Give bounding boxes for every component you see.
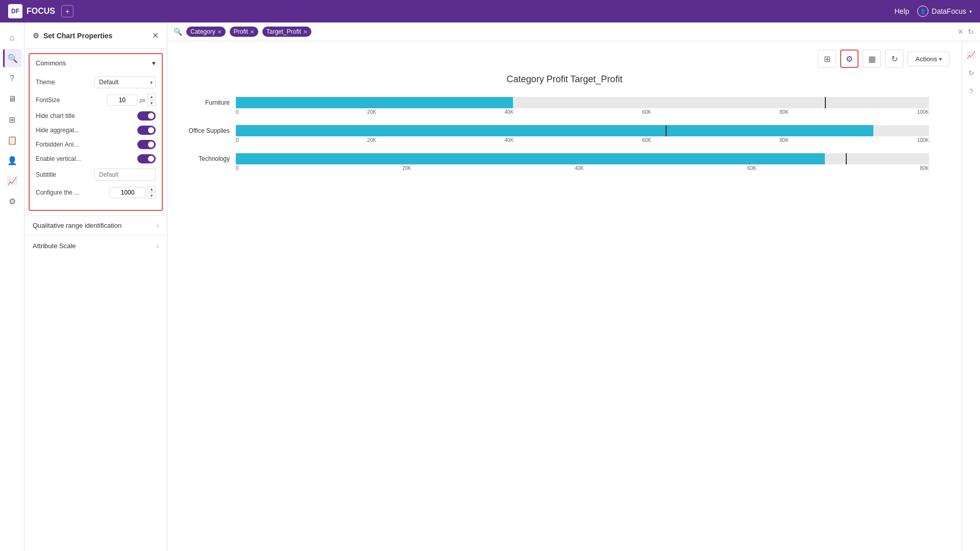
tag-target-profit-close[interactable]: ✕: [303, 29, 307, 35]
topnav-left: DF FOCUS +: [8, 4, 74, 18]
sidebar-item-table[interactable]: ⊞: [3, 110, 21, 129]
subtitle-label: Subtitle: [36, 171, 77, 178]
panel-header-left: ⚙ Set Chart Properties: [33, 32, 112, 40]
enable-vertical-row: Enable vertical...: [36, 154, 156, 163]
grid-view-button[interactable]: ▦: [863, 50, 881, 68]
commons-header[interactable]: Commons ▾: [30, 54, 162, 72]
sidebar-item-monitor[interactable]: 🖥: [3, 90, 21, 108]
help-link[interactable]: Help: [895, 7, 910, 15]
bar-track-technology: [236, 153, 929, 164]
bar-label-office-supplies: Office Supplies: [180, 125, 236, 136]
bar-fill-office-supplies: [236, 125, 873, 136]
sidebar-item-home[interactable]: ⌂: [3, 29, 21, 47]
theme-label: Theme: [36, 79, 77, 86]
tag-profit: Profit ✕: [230, 27, 258, 37]
chart-properties-panel: ⚙ Set Chart Properties ✕ Commons ▾ Theme…: [24, 22, 167, 551]
configure-stepper: ▲ ▼: [148, 186, 156, 199]
bar-fill-furniture: [236, 97, 513, 108]
user-label: DataFocus: [932, 7, 966, 15]
chevron-right-icon: ›: [157, 222, 159, 229]
attribute-scale-section[interactable]: Attribute Scale ›: [24, 235, 167, 256]
theme-row: Theme Default Light Dark: [36, 76, 156, 88]
axis-labels-office-supplies: 0 20K 40K 60K 80K 100K: [236, 136, 929, 149]
close-icon[interactable]: ✕: [152, 31, 159, 40]
tag-profit-close[interactable]: ✕: [250, 29, 254, 35]
sidebar-item-help[interactable]: ?: [3, 69, 21, 88]
logo-letter: DF: [11, 8, 19, 15]
axis-labels-technology: 0 20K 40K 60K 80K: [236, 164, 929, 177]
bar-container-furniture: 0 20K 40K 60K 80K 100K: [236, 97, 929, 121]
attribute-scale-label: Attribute Scale: [33, 242, 76, 250]
qualitative-range-section[interactable]: Qualitative range identification ›: [24, 215, 167, 235]
search-clear-button[interactable]: ✕: [958, 28, 964, 36]
gear-icon: ⚙: [33, 32, 39, 40]
hide-chart-title-label: Hide chart title: [36, 112, 77, 119]
hide-aggregat-row: Hide aggregat...: [36, 126, 156, 135]
chevron-right-icon-2: ›: [157, 243, 159, 250]
commons-body: Theme Default Light Dark FontSize: [30, 72, 162, 210]
hide-chart-title-row: Hide chart title: [36, 111, 156, 121]
commons-section: Commons ▾ Theme Default Light Dark: [29, 53, 163, 211]
tag-category-label: Category: [190, 28, 215, 35]
tag-category-close[interactable]: ✕: [217, 29, 222, 35]
main-layout: ⌂ 🔍 ? 🖥 ⊞ 📋 👤 📈 ⚙ ⚙ Set Chart Properties…: [0, 22, 980, 551]
refresh-icon[interactable]: ↻: [964, 66, 978, 80]
add-tab-button[interactable]: +: [61, 5, 74, 17]
configure-decrement[interactable]: ▼: [148, 193, 156, 199]
tag-target-profit: Target_Profit ✕: [262, 27, 311, 37]
axis-labels-furniture: 0 20K 40K 60K 80K 100K: [236, 108, 929, 121]
help-icon[interactable]: ?: [964, 84, 978, 99]
sidebar-item-settings[interactable]: ⚙: [3, 192, 21, 210]
sidebar-item-analytics[interactable]: 📈: [3, 172, 21, 190]
actions-label: Actions: [915, 55, 937, 63]
sidebar: ⌂ 🔍 ? 🖥 ⊞ 📋 👤 📈 ⚙: [0, 22, 24, 551]
configure-control: ▲ ▼: [110, 186, 156, 199]
commons-label: Commons: [36, 59, 66, 67]
bar-row-technology: Technology 0 20K 40K 60K 80K: [180, 153, 929, 177]
chevron-down-icon: ▾: [969, 9, 972, 14]
sidebar-item-notes[interactable]: 📋: [3, 131, 21, 149]
fontsize-increment[interactable]: ▲: [148, 93, 156, 100]
hide-aggregat-label: Hide aggregat...: [36, 127, 79, 134]
tag-target-profit-label: Target_Profit: [266, 28, 301, 35]
hide-chart-title-toggle[interactable]: [137, 111, 156, 121]
hide-aggregat-toggle[interactable]: [137, 126, 156, 135]
table-view-button[interactable]: ⊞: [818, 50, 836, 68]
refresh-chart-button[interactable]: ↻: [885, 50, 903, 68]
fontsize-row: FontSize px ▲ ▼: [36, 93, 156, 106]
theme-select[interactable]: Default Light Dark: [94, 76, 156, 88]
sidebar-item-person[interactable]: 👤: [3, 151, 21, 170]
subtitle-row: Subtitle: [36, 169, 156, 181]
fontsize-input[interactable]: [107, 94, 137, 106]
bar-fill-technology: [236, 153, 825, 164]
sidebar-item-search[interactable]: 🔍: [3, 49, 21, 67]
panel-header: ⚙ Set Chart Properties ✕: [24, 22, 167, 49]
bar-chart: Furniture 0 20K 40K 60K 80K: [180, 97, 949, 177]
fontsize-label: FontSize: [36, 97, 77, 104]
qualitative-range-label: Qualitative range identification: [33, 222, 121, 229]
topnav-right: Help 👤 DataFocus ▾: [895, 6, 972, 17]
settings-button[interactable]: ⚙: [840, 50, 859, 68]
bar-container-technology: 0 20K 40K 60K 80K: [236, 153, 929, 177]
bar-row-furniture: Furniture 0 20K 40K 60K 80K: [180, 97, 929, 121]
configure-label: Configure the ...: [36, 189, 79, 196]
bar-marker-furniture: [825, 97, 826, 108]
configure-increment[interactable]: ▲: [148, 186, 156, 192]
chart-toolbar: ⊞ ⚙ ▦ ↻ Actions ▾: [180, 50, 949, 68]
bar-marker-technology: [846, 153, 847, 164]
right-icons: 📈 ↻ ?: [962, 41, 980, 551]
enable-vertical-toggle[interactable]: [137, 154, 156, 163]
chevron-up-icon: ▾: [152, 59, 156, 67]
fontsize-control: px ▲ ▼: [107, 93, 156, 106]
forbidden-ani-toggle[interactable]: [137, 140, 156, 149]
actions-button[interactable]: Actions ▾: [908, 52, 949, 66]
user-menu[interactable]: 👤 DataFocus ▾: [917, 6, 972, 17]
subtitle-input[interactable]: [94, 169, 156, 181]
chevron-actions-icon: ▾: [939, 56, 942, 62]
chart-title: Category Profit Target_Profit: [180, 74, 949, 85]
bar-container-office-supplies: 0 20K 40K 60K 80K 100K: [236, 125, 929, 149]
line-chart-icon[interactable]: 📈: [964, 47, 978, 62]
fontsize-decrement[interactable]: ▼: [148, 100, 156, 106]
search-refresh-button[interactable]: ↻: [968, 28, 974, 36]
configure-input[interactable]: [110, 187, 145, 198]
